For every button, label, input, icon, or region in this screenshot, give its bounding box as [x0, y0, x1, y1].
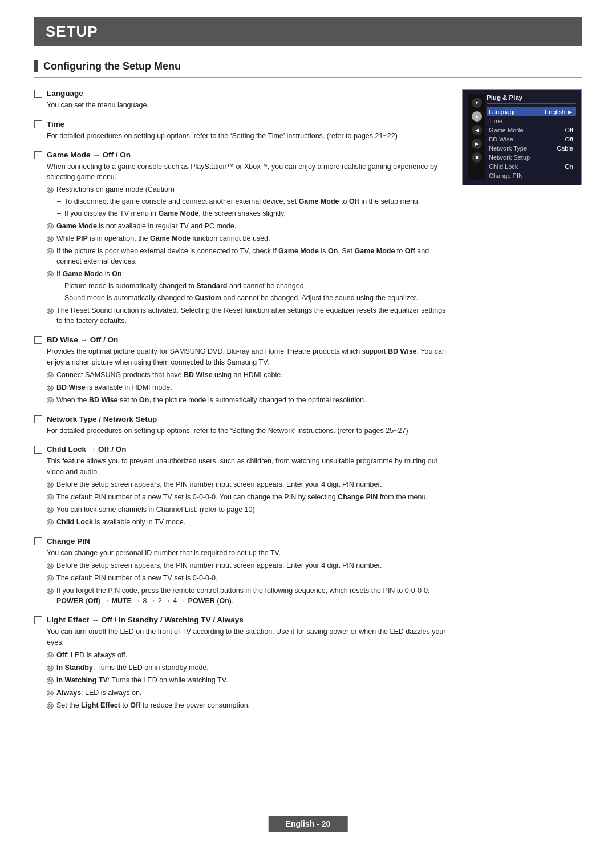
note-icon: Ⓝ: [47, 701, 54, 711]
tv-menu-row: Network TypeCable: [487, 144, 576, 153]
tv-menu-row: BD WiseOff: [487, 135, 576, 144]
tv-side-nav: ▼▲◀▶■: [468, 94, 485, 180]
tv-menu-row: Change PIN: [487, 171, 576, 180]
bullet-dash: –: [57, 196, 61, 207]
note-text: Connect SAMSUNG products that have BD Wi…: [56, 370, 451, 381]
tv-side-icon: ▶: [472, 139, 482, 149]
menu-item-desc: For detailed procedures on setting up op…: [47, 426, 451, 436]
page: SETUP Configuring the Setup Menu Languag…: [0, 0, 616, 849]
note-icon: Ⓝ: [47, 480, 54, 490]
menu-checkbox: [34, 151, 42, 159]
page-title: SETUP: [34, 17, 582, 46]
note-icon: Ⓝ: [47, 221, 54, 232]
menu-item-title: Language: [34, 89, 451, 98]
menu-item-network: Network Type / Network SetupFor detailed…: [34, 415, 451, 436]
menu-item-title: Time: [34, 120, 451, 128]
note-text: Restrictions on game mode (Caution): [56, 184, 451, 195]
menu-checkbox: [34, 415, 42, 423]
menu-note: ⓃBD Wise is available in HDMI mode.: [47, 382, 451, 393]
menu-title-text: BD Wise → Off / On: [47, 335, 118, 344]
menu-title-text: Language: [47, 89, 83, 98]
menu-bullet: –To disconnect the game console and conn…: [57, 196, 451, 207]
menu-item-desc: For detailed procedures on setting up op…: [47, 131, 451, 142]
tv-menu-row: Child LockOn: [487, 162, 576, 171]
sidebar-image: ▼▲◀▶■ Plug & Play LanguageEnglish ►TimeG…: [462, 89, 582, 720]
menu-item-light-effect: Light Effect → Off / In Standby / Watchi…: [34, 616, 451, 711]
tv-row-label: Language: [489, 108, 517, 115]
menu-item-bd-wise: BD Wise → Off / OnProvides the optimal p…: [34, 335, 451, 406]
note-text: You can lock some channels in Channel Li…: [56, 504, 451, 515]
menu-title-text: Change PIN: [47, 537, 90, 545]
menu-note: ⓃRestrictions on game mode (Caution): [47, 184, 451, 195]
note-text: If you forget the PIN code, press the re…: [56, 585, 451, 607]
menu-item-title: Child Lock → Off / On: [34, 445, 451, 454]
note-text: If Game Mode is On:: [56, 269, 451, 280]
section-bar: [34, 60, 38, 72]
menu-item-child-lock: Child Lock → Off / OnThis feature allows…: [34, 445, 451, 528]
tv-menu-row: Game ModeOff: [487, 126, 576, 135]
tv-row-value: English ►: [545, 108, 573, 115]
tv-menu-row: LanguageEnglish ►: [487, 107, 576, 116]
tv-row-value: Off: [565, 127, 573, 134]
note-icon: Ⓝ: [47, 395, 54, 406]
note-icon: Ⓝ: [47, 561, 54, 571]
bullet-dash: –: [57, 208, 61, 219]
menu-bullet: –If you display the TV menu in Game Mode…: [57, 208, 451, 219]
tv-side-icon: ◀: [472, 125, 482, 135]
menu-title-text: Child Lock → Off / On: [47, 445, 127, 454]
tv-row-value: Cable: [557, 145, 573, 152]
menu-note: ⓃIf Game Mode is On:: [47, 269, 451, 280]
note-text: BD Wise is available in HDMI mode.: [56, 382, 451, 393]
menu-title-text: Game Mode → Off / On: [47, 151, 131, 159]
menu-item-desc: This feature allows you to prevent unaut…: [47, 456, 451, 478]
note-icon: Ⓝ: [47, 586, 54, 596]
note-icon: Ⓝ: [47, 505, 54, 515]
bullet-text: Sound mode is automatically changed to C…: [64, 293, 418, 304]
note-icon: Ⓝ: [47, 370, 54, 381]
note-text: In Standby: Turns the LED on in standby …: [56, 662, 451, 673]
bullet-text: To disconnect the game console and conne…: [64, 196, 420, 207]
tv-side-icon: ▼: [472, 98, 482, 108]
tv-menu-rows: LanguageEnglish ►TimeGame ModeOffBD Wise…: [487, 107, 576, 180]
section-header: Configuring the Setup Menu: [34, 60, 582, 78]
content-area: LanguageYou can set the menu language.Ti…: [34, 89, 582, 720]
menu-item-title: Network Type / Network Setup: [34, 415, 451, 423]
note-text: Before the setup screen appears, the PIN…: [56, 560, 451, 571]
menu-item-desc: Provides the optimal picture quality for…: [47, 346, 451, 368]
tv-row-value: On: [565, 163, 573, 170]
menu-note: ⓃConnect SAMSUNG products that have BD W…: [47, 370, 451, 381]
note-text: If the picture is poor when external dev…: [56, 246, 451, 268]
note-icon: Ⓝ: [47, 185, 54, 195]
menu-item-time: TimeFor detailed procedures on setting u…: [34, 120, 451, 142]
menu-item-desc: You can turn on/off the LED on the front…: [47, 626, 451, 648]
tv-menu-row: Time: [487, 116, 576, 126]
note-icon: Ⓝ: [47, 663, 54, 673]
note-text: Set the Light Effect to Off to reduce th…: [56, 700, 451, 711]
menu-checkbox: [34, 120, 42, 128]
tv-row-label: Network Type: [489, 145, 527, 152]
note-text: When the BD Wise set to On, the picture …: [56, 395, 451, 406]
menu-checkbox: [34, 537, 42, 545]
tv-row-label: BD Wise: [489, 136, 513, 143]
note-icon: Ⓝ: [47, 676, 54, 686]
note-text: In Watching TV: Turns the LED on while w…: [56, 675, 451, 686]
tv-row-label: Change PIN: [489, 172, 523, 179]
menu-note: ⓃIf the picture is poor when external de…: [47, 246, 451, 268]
menu-item-change-pin: Change PINYou can change your personal I…: [34, 537, 451, 607]
note-text: Child Lock is available only in TV mode.: [56, 517, 451, 528]
note-icon: Ⓝ: [47, 383, 54, 393]
note-icon: Ⓝ: [47, 492, 54, 503]
note-icon: Ⓝ: [47, 688, 54, 698]
page-number: English - 20: [269, 816, 348, 832]
tv-row-label: Game Mode: [489, 127, 524, 134]
menu-note: ⓃWhile PIP is in operation, the Game Mod…: [47, 233, 451, 244]
menu-note: ⓃBefore the setup screen appears, the PI…: [47, 479, 451, 490]
note-icon: Ⓝ: [47, 306, 54, 316]
tv-menu-row: Network Setup: [487, 153, 576, 162]
note-text: Game Mode is not available in regular TV…: [56, 221, 451, 232]
menu-item-title: BD Wise → Off / On: [34, 335, 451, 344]
menu-title-text: Network Type / Network Setup: [47, 415, 157, 423]
note-text: Before the setup screen appears, the PIN…: [56, 479, 451, 490]
tv-menu: ▼▲◀▶■ Plug & Play LanguageEnglish ►TimeG…: [462, 89, 582, 185]
note-icon: Ⓝ: [47, 246, 54, 257]
